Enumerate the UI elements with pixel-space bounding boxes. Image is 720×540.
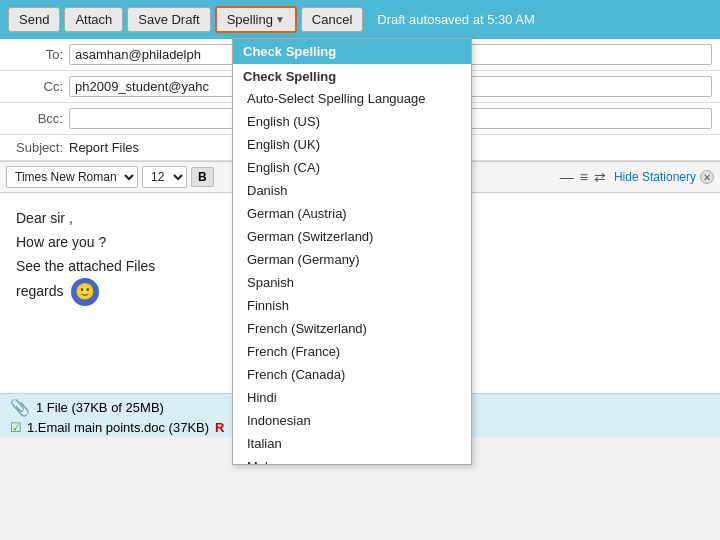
subject-value: Report Files bbox=[69, 140, 139, 155]
spelling-button[interactable]: Spelling ▼ bbox=[215, 6, 297, 33]
dropdown-malay[interactable]: Malay bbox=[233, 455, 471, 464]
emoji-icon: 🙂 bbox=[71, 278, 99, 306]
dropdown-hindi[interactable]: Hindi bbox=[233, 386, 471, 409]
spelling-dropdown-arrow: ▼ bbox=[275, 14, 285, 25]
paperclip-icon: 📎 bbox=[10, 398, 30, 417]
dropdown-italian[interactable]: Italian bbox=[233, 432, 471, 455]
dropdown-french-canada[interactable]: French (Canada) bbox=[233, 363, 471, 386]
subject-label: Subject: bbox=[8, 140, 63, 155]
dropdown-english-ca[interactable]: English (CA) bbox=[233, 156, 471, 179]
dropdown-auto-select[interactable]: Auto-Select Spelling Language bbox=[233, 87, 471, 110]
dropdown-spanish[interactable]: Spanish bbox=[233, 271, 471, 294]
attach-button[interactable]: Attach bbox=[64, 7, 123, 32]
cancel-button[interactable]: Cancel bbox=[301, 7, 363, 32]
dropdown-french-switzerland[interactable]: French (Switzerland) bbox=[233, 317, 471, 340]
dropdown-header: Check Spelling bbox=[233, 39, 471, 64]
format-icons: ― ≡ ⇄ bbox=[560, 169, 606, 185]
dropdown-french-france[interactable]: French (France) bbox=[233, 340, 471, 363]
bold-button[interactable]: B bbox=[191, 167, 214, 187]
dropdown-scroll[interactable]: Check Spelling Auto-Select Spelling Lang… bbox=[233, 64, 471, 464]
dropdown-german-switzerland[interactable]: German (Switzerland) bbox=[233, 225, 471, 248]
dropdown-german-germany[interactable]: German (Germany) bbox=[233, 248, 471, 271]
align-right-icon[interactable]: ― bbox=[560, 169, 574, 185]
list-icon[interactable]: ≡ bbox=[580, 169, 588, 185]
autosave-status: Draft autosaved at 5:30 AM bbox=[377, 12, 535, 27]
dropdown-finnish[interactable]: Finnish bbox=[233, 294, 471, 317]
font-select[interactable]: Times New Roman bbox=[6, 166, 138, 188]
cc-label: Cc: bbox=[8, 79, 63, 94]
remove-attachment-link[interactable]: R bbox=[215, 420, 224, 435]
attachment-summary: 1 File (37KB of 25MB) bbox=[36, 400, 164, 415]
dropdown-english-us[interactable]: English (US) bbox=[233, 110, 471, 133]
indent-icon[interactable]: ⇄ bbox=[594, 169, 606, 185]
attachment-filename: 1.Email main points.doc (37KB) bbox=[27, 420, 209, 435]
toolbar: Send Attach Save Draft Spelling ▼ Cancel… bbox=[0, 0, 720, 39]
send-button[interactable]: Send bbox=[8, 7, 60, 32]
size-select[interactable]: 12 bbox=[142, 166, 187, 188]
hide-stationery-link[interactable]: Hide Stationery bbox=[614, 170, 696, 184]
hide-stationery-close-icon[interactable]: ✕ bbox=[700, 170, 714, 184]
checkbox-icon[interactable]: ☑ bbox=[10, 420, 22, 435]
bcc-label: Bcc: bbox=[8, 111, 63, 126]
dropdown-english-uk[interactable]: English (UK) bbox=[233, 133, 471, 156]
dropdown-danish[interactable]: Danish bbox=[233, 179, 471, 202]
dropdown-indonesian[interactable]: Indonesian bbox=[233, 409, 471, 432]
dropdown-german-austria[interactable]: German (Austria) bbox=[233, 202, 471, 225]
spelling-dropdown: Check Spelling Check Spelling Auto-Selec… bbox=[232, 38, 472, 465]
save-draft-button[interactable]: Save Draft bbox=[127, 7, 210, 32]
dropdown-check-spelling[interactable]: Check Spelling bbox=[233, 64, 471, 87]
to-label: To: bbox=[8, 47, 63, 62]
